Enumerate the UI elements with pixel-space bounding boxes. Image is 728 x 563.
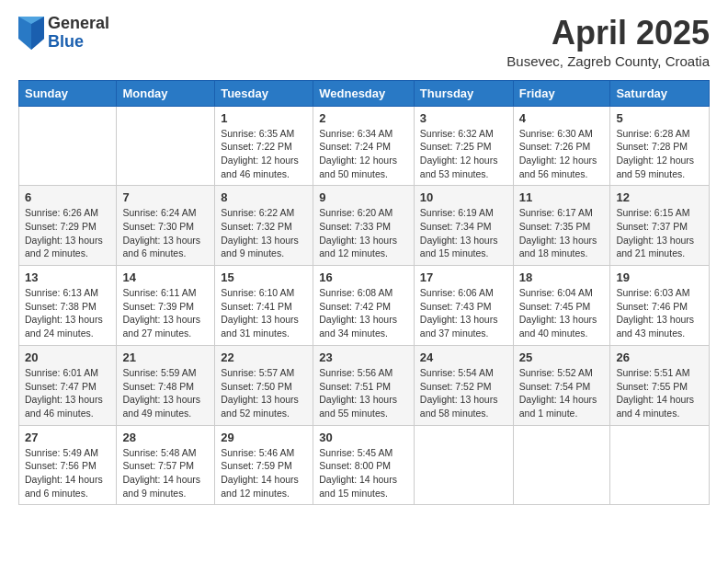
day-info: Sunrise: 5:52 AM Sunset: 7:54 PM Dayligh… [519, 366, 605, 420]
page: General Blue April 2025 Busevec, Zagreb … [0, 0, 728, 520]
day-info: Sunrise: 6:22 AM Sunset: 7:32 PM Dayligh… [221, 206, 307, 260]
day-info: Sunrise: 6:10 AM Sunset: 7:41 PM Dayligh… [221, 286, 307, 340]
table-row: 21Sunrise: 5:59 AM Sunset: 7:48 PM Dayli… [117, 345, 215, 425]
day-info: Sunrise: 6:34 AM Sunset: 7:24 PM Dayligh… [319, 127, 408, 181]
table-row: 11Sunrise: 6:17 AM Sunset: 7:35 PM Dayli… [513, 186, 610, 266]
table-row: 25Sunrise: 5:52 AM Sunset: 7:54 PM Dayli… [513, 345, 610, 425]
table-row [117, 106, 215, 186]
day-info: Sunrise: 5:54 AM Sunset: 7:52 PM Dayligh… [420, 366, 507, 420]
day-number: 10 [420, 190, 507, 204]
day-number: 16 [319, 270, 408, 284]
day-info: Sunrise: 6:32 AM Sunset: 7:25 PM Dayligh… [420, 127, 507, 181]
day-info: Sunrise: 6:28 AM Sunset: 7:28 PM Dayligh… [616, 127, 703, 181]
calendar-week-row: 6Sunrise: 6:26 AM Sunset: 7:29 PM Daylig… [19, 186, 710, 266]
day-info: Sunrise: 6:04 AM Sunset: 7:45 PM Dayligh… [519, 286, 605, 340]
table-row: 7Sunrise: 6:24 AM Sunset: 7:30 PM Daylig… [117, 186, 215, 266]
day-info: Sunrise: 5:59 AM Sunset: 7:48 PM Dayligh… [122, 366, 209, 420]
table-row: 19Sunrise: 6:03 AM Sunset: 7:46 PM Dayli… [610, 266, 710, 346]
calendar-week-row: 27Sunrise: 5:49 AM Sunset: 7:56 PM Dayli… [19, 425, 710, 505]
table-row: 30Sunrise: 5:45 AM Sunset: 8:00 PM Dayli… [313, 425, 415, 505]
day-number: 17 [420, 270, 507, 284]
day-number: 8 [221, 190, 307, 204]
logo-blue-text: Blue [48, 33, 109, 52]
day-number: 26 [616, 350, 703, 364]
day-number: 14 [122, 270, 209, 284]
day-number: 11 [519, 190, 605, 204]
header: General Blue April 2025 Busevec, Zagreb … [18, 15, 710, 69]
table-row: 3Sunrise: 6:32 AM Sunset: 7:25 PM Daylig… [414, 106, 513, 186]
day-number: 21 [122, 350, 209, 364]
day-number: 1 [221, 111, 307, 125]
day-number: 30 [319, 431, 408, 444]
table-row: 28Sunrise: 5:48 AM Sunset: 7:57 PM Dayli… [117, 425, 215, 505]
day-info: Sunrise: 6:03 AM Sunset: 7:46 PM Dayligh… [616, 286, 703, 340]
day-number: 13 [25, 270, 110, 284]
day-number: 25 [519, 350, 605, 364]
day-info: Sunrise: 6:13 AM Sunset: 7:38 PM Dayligh… [25, 286, 110, 340]
day-info: Sunrise: 6:08 AM Sunset: 7:42 PM Dayligh… [319, 286, 408, 340]
day-info: Sunrise: 5:51 AM Sunset: 7:55 PM Dayligh… [616, 366, 703, 420]
day-number: 5 [616, 111, 703, 125]
day-info: Sunrise: 6:19 AM Sunset: 7:34 PM Dayligh… [420, 206, 507, 260]
day-number: 12 [616, 190, 703, 204]
table-row: 26Sunrise: 5:51 AM Sunset: 7:55 PM Dayli… [610, 345, 710, 425]
table-row: 22Sunrise: 5:57 AM Sunset: 7:50 PM Dayli… [215, 345, 313, 425]
table-row: 5Sunrise: 6:28 AM Sunset: 7:28 PM Daylig… [610, 106, 710, 186]
table-row [414, 425, 513, 505]
day-info: Sunrise: 6:15 AM Sunset: 7:37 PM Dayligh… [616, 206, 703, 260]
day-info: Sunrise: 5:57 AM Sunset: 7:50 PM Dayligh… [221, 366, 307, 420]
day-number: 28 [122, 431, 209, 444]
calendar-table: Sunday Monday Tuesday Wednesday Thursday… [18, 80, 710, 506]
day-info: Sunrise: 5:46 AM Sunset: 7:59 PM Dayligh… [221, 446, 307, 500]
day-info: Sunrise: 6:06 AM Sunset: 7:43 PM Dayligh… [420, 286, 507, 340]
logo-icon [18, 17, 44, 50]
header-thursday: Thursday [414, 80, 513, 106]
table-row: 13Sunrise: 6:13 AM Sunset: 7:38 PM Dayli… [19, 266, 117, 346]
day-info: Sunrise: 6:11 AM Sunset: 7:39 PM Dayligh… [122, 286, 209, 340]
table-row: 9Sunrise: 6:20 AM Sunset: 7:33 PM Daylig… [313, 186, 415, 266]
day-info: Sunrise: 6:26 AM Sunset: 7:29 PM Dayligh… [25, 206, 110, 260]
table-row: 16Sunrise: 6:08 AM Sunset: 7:42 PM Dayli… [313, 266, 415, 346]
day-number: 27 [25, 431, 110, 444]
table-row [610, 425, 710, 505]
table-row: 23Sunrise: 5:56 AM Sunset: 7:51 PM Dayli… [313, 345, 415, 425]
day-info: Sunrise: 5:56 AM Sunset: 7:51 PM Dayligh… [319, 366, 408, 420]
calendar-week-row: 20Sunrise: 6:01 AM Sunset: 7:47 PM Dayli… [19, 345, 710, 425]
logo: General Blue [18, 15, 109, 52]
logo-text: General Blue [48, 15, 109, 52]
day-number: 7 [122, 190, 209, 204]
table-row: 20Sunrise: 6:01 AM Sunset: 7:47 PM Dayli… [19, 345, 117, 425]
header-monday: Monday [117, 80, 215, 106]
day-number: 4 [519, 111, 605, 125]
day-number: 2 [319, 111, 408, 125]
day-number: 3 [420, 111, 507, 125]
table-row: 24Sunrise: 5:54 AM Sunset: 7:52 PM Dayli… [414, 345, 513, 425]
day-info: Sunrise: 6:20 AM Sunset: 7:33 PM Dayligh… [319, 206, 408, 260]
day-number: 29 [221, 431, 307, 444]
day-info: Sunrise: 5:45 AM Sunset: 8:00 PM Dayligh… [319, 446, 408, 500]
day-info: Sunrise: 5:48 AM Sunset: 7:57 PM Dayligh… [122, 446, 209, 500]
day-number: 23 [319, 350, 408, 364]
logo-general-text: General [48, 15, 109, 33]
table-row: 15Sunrise: 6:10 AM Sunset: 7:41 PM Dayli… [215, 266, 313, 346]
table-row: 17Sunrise: 6:06 AM Sunset: 7:43 PM Dayli… [414, 266, 513, 346]
day-number: 19 [616, 270, 703, 284]
day-info: Sunrise: 6:30 AM Sunset: 7:26 PM Dayligh… [519, 127, 605, 181]
header-tuesday: Tuesday [215, 80, 313, 106]
day-info: Sunrise: 5:49 AM Sunset: 7:56 PM Dayligh… [25, 446, 110, 500]
day-info: Sunrise: 6:35 AM Sunset: 7:22 PM Dayligh… [221, 127, 307, 181]
table-row: 2Sunrise: 6:34 AM Sunset: 7:24 PM Daylig… [313, 106, 415, 186]
table-row: 29Sunrise: 5:46 AM Sunset: 7:59 PM Dayli… [215, 425, 313, 505]
header-saturday: Saturday [610, 80, 710, 106]
table-row: 6Sunrise: 6:26 AM Sunset: 7:29 PM Daylig… [19, 186, 117, 266]
day-number: 18 [519, 270, 605, 284]
table-row: 12Sunrise: 6:15 AM Sunset: 7:37 PM Dayli… [610, 186, 710, 266]
table-row: 27Sunrise: 5:49 AM Sunset: 7:56 PM Dayli… [19, 425, 117, 505]
month-title: April 2025 [506, 15, 710, 52]
header-sunday: Sunday [19, 80, 117, 106]
table-row: 1Sunrise: 6:35 AM Sunset: 7:22 PM Daylig… [215, 106, 313, 186]
calendar-week-row: 13Sunrise: 6:13 AM Sunset: 7:38 PM Dayli… [19, 266, 710, 346]
table-row: 4Sunrise: 6:30 AM Sunset: 7:26 PM Daylig… [513, 106, 610, 186]
day-number: 24 [420, 350, 507, 364]
title-block: April 2025 Busevec, Zagreb County, Croat… [506, 15, 710, 69]
